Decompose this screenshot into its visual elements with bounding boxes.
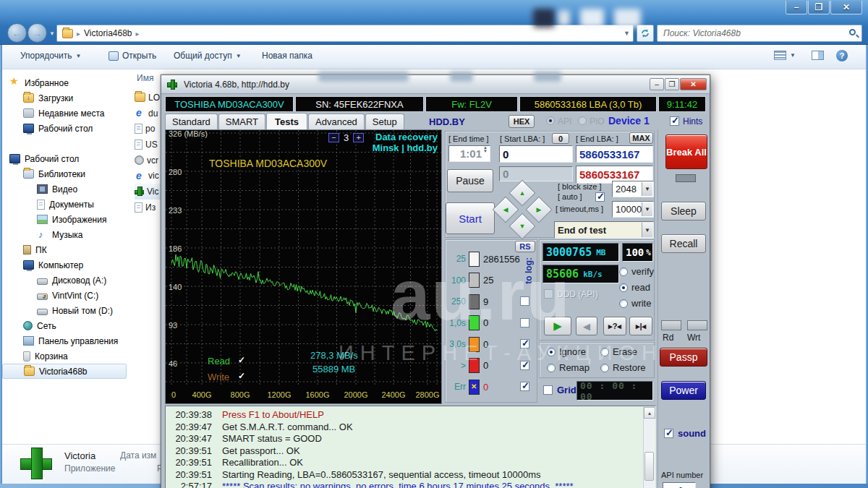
remap-radio[interactable] bbox=[547, 364, 556, 372]
latency-row: 2509 bbox=[446, 293, 537, 310]
sidebar-item-корзина[interactable]: Корзина bbox=[2, 348, 131, 364]
latency-log-checkbox[interactable] bbox=[520, 339, 529, 348]
sidebar-item-избранное[interactable]: Избранное bbox=[2, 75, 131, 90]
grid-checkbox[interactable] bbox=[543, 385, 553, 395]
start-lba-input[interactable]: 0 bbox=[499, 145, 573, 163]
sidebar-item-видео[interactable]: Видео bbox=[2, 181, 131, 197]
ddd-checkbox[interactable] bbox=[544, 289, 553, 299]
dropdown-arrow-icon[interactable]: ▼ bbox=[642, 202, 652, 216]
verify-radio[interactable] bbox=[619, 267, 628, 276]
column-header-name[interactable]: Имя bbox=[137, 73, 153, 83]
tab-tests[interactable]: Tests bbox=[266, 113, 307, 131]
preview-pane-button[interactable] bbox=[812, 51, 824, 60]
zoom-out-button[interactable]: − bbox=[328, 133, 339, 142]
sidebar-item-библиотеки[interactable]: Библиотеки bbox=[2, 166, 131, 181]
hex-button[interactable]: HEX bbox=[509, 115, 535, 128]
sidebar-item-музыка[interactable]: Музыка bbox=[2, 227, 131, 242]
read-radio[interactable] bbox=[619, 283, 628, 292]
sidebar-item-victoria468b[interactable]: Victoria468b bbox=[2, 364, 127, 379]
sidebar-item-новый-том-d-[interactable]: Новый том (D:) bbox=[2, 303, 131, 318]
write-radio[interactable] bbox=[619, 299, 628, 308]
sidebar-item-сеть[interactable]: Сеть bbox=[2, 318, 131, 333]
end-lba-input[interactable]: 5860533167 bbox=[576, 145, 653, 163]
victoria-maximize-button[interactable]: ❐ bbox=[665, 78, 679, 90]
max-lba-button[interactable]: MAX bbox=[629, 132, 653, 144]
close-button[interactable]: ✕ bbox=[830, 1, 862, 14]
victoria-close-button[interactable]: ✕ bbox=[680, 78, 707, 90]
sidebar-item-label: Корзина bbox=[35, 351, 68, 361]
sidebar-item-пк[interactable]: ПК bbox=[2, 242, 131, 257]
tab-setup[interactable]: Setup bbox=[365, 114, 404, 130]
erase-radio[interactable] bbox=[600, 348, 609, 356]
sleep-button[interactable]: Sleep bbox=[661, 202, 706, 221]
ignore-radio[interactable] bbox=[547, 348, 556, 356]
dropdown-arrow-icon[interactable]: ▼ bbox=[642, 182, 652, 196]
api-number-spinner[interactable]: 1 bbox=[663, 482, 696, 488]
maximize-button[interactable]: ❐ bbox=[808, 1, 830, 14]
forward-button[interactable]: → bbox=[27, 23, 47, 43]
history-dropdown-icon[interactable]: ▼ bbox=[49, 30, 55, 37]
dropdown-arrow-icon[interactable]: ▼ bbox=[642, 223, 652, 237]
views-button[interactable]: ▼ bbox=[774, 51, 796, 60]
zoom-in-button[interactable]: + bbox=[353, 133, 364, 142]
scroll-up-icon[interactable]: ▲ bbox=[644, 407, 655, 419]
play-button[interactable]: ▶ bbox=[544, 317, 571, 335]
sidebar-item-недавние-места[interactable]: Недавние места bbox=[2, 106, 131, 121]
pio-radio[interactable] bbox=[578, 116, 587, 125]
sidebar-item-vintvint-c-[interactable]: VintVint (C:) bbox=[2, 288, 131, 303]
end-of-test-combo[interactable]: End of test▼ bbox=[554, 221, 654, 239]
auto-checkbox[interactable] bbox=[595, 192, 605, 202]
tab-standard[interactable]: Standard bbox=[165, 114, 218, 130]
breadcrumb[interactable]: Victoria468b bbox=[84, 28, 132, 38]
address-dropdown-icon[interactable]: ▼ bbox=[624, 30, 630, 37]
spinner-arrows-icon[interactable]: ▲▼ bbox=[483, 146, 488, 153]
latency-log-checkbox[interactable] bbox=[520, 296, 529, 306]
seek-end-button[interactable]: ▸|◂ bbox=[629, 317, 652, 335]
restore-radio[interactable] bbox=[600, 364, 609, 372]
organize-menu[interactable]: Упорядочить ▼ bbox=[20, 51, 81, 61]
victoria-minimize-button[interactable]: – bbox=[650, 78, 664, 90]
scrollbar-thumb[interactable] bbox=[644, 452, 654, 481]
tab-advanced[interactable]: Advanced bbox=[308, 114, 365, 130]
sidebar-item-дисковод-a-[interactable]: Дисковод (A:) bbox=[2, 273, 131, 288]
zero-lba-button[interactable]: 0 bbox=[552, 133, 569, 144]
sidebar-item-документы[interactable]: Документы bbox=[2, 197, 131, 212]
seek-question-button[interactable]: ▸?◂ bbox=[603, 317, 626, 335]
sidebar-item-загрузки[interactable]: Загрузки bbox=[2, 90, 131, 106]
victoria-titlebar[interactable]: Victoria 4.68b, http://hdd.by – ❐ ✕ bbox=[161, 75, 710, 94]
help-button[interactable]: ? bbox=[836, 50, 848, 61]
break-all-button[interactable]: Break All bbox=[665, 134, 707, 169]
timeout-combo[interactable]: 10000▼ bbox=[612, 201, 654, 218]
latency-log-checkbox[interactable] bbox=[520, 318, 529, 328]
sidebar-item-панель-управления[interactable]: Панель управления bbox=[2, 333, 131, 348]
tab-smart[interactable]: SMART bbox=[218, 114, 265, 130]
hints-checkbox[interactable] bbox=[670, 116, 679, 126]
search-input[interactable] bbox=[658, 25, 861, 41]
pause-button[interactable]: Pause bbox=[447, 169, 493, 192]
api-radio[interactable] bbox=[546, 116, 555, 125]
latency-count: 25 bbox=[483, 275, 493, 286]
sidebar-item-рабочий-стол[interactable]: Рабочий стол bbox=[2, 121, 131, 136]
start-button[interactable]: Start bbox=[446, 202, 495, 234]
back-button[interactable]: ← bbox=[7, 23, 27, 43]
sidebar-item-изображения[interactable]: Изображения bbox=[2, 212, 131, 227]
sidebar-item-компьютер[interactable]: Компьютер bbox=[2, 257, 131, 273]
recall-button[interactable]: Recall bbox=[661, 234, 706, 253]
power-button[interactable]: Power bbox=[661, 381, 706, 400]
sidebar-item-label: Библиотеки bbox=[38, 169, 85, 179]
minimize-button[interactable]: – bbox=[786, 1, 807, 14]
latency-count: 0 bbox=[483, 360, 488, 371]
log-line: 20:39:51Recallibration... OK bbox=[169, 457, 638, 469]
latency-log-checkbox[interactable] bbox=[520, 382, 529, 391]
sidebar-item-рабочий-стол[interactable]: Рабочий стол bbox=[2, 151, 131, 166]
back-button-small[interactable]: ◀ bbox=[576, 317, 597, 335]
new-folder-button[interactable]: Новая папка bbox=[262, 51, 312, 61]
sound-checkbox[interactable] bbox=[664, 429, 673, 438]
share-menu[interactable]: Общий доступ ▼ bbox=[174, 51, 242, 61]
log-scrollbar[interactable]: ▲ bbox=[643, 407, 655, 488]
passp-button[interactable]: Passp bbox=[660, 348, 707, 367]
block-size-combo[interactable]: 2048▼ bbox=[612, 181, 654, 197]
ddd-label: DDD (API) bbox=[557, 289, 598, 299]
open-button[interactable]: Открыть bbox=[109, 51, 156, 61]
latency-log-checkbox[interactable] bbox=[520, 361, 529, 370]
